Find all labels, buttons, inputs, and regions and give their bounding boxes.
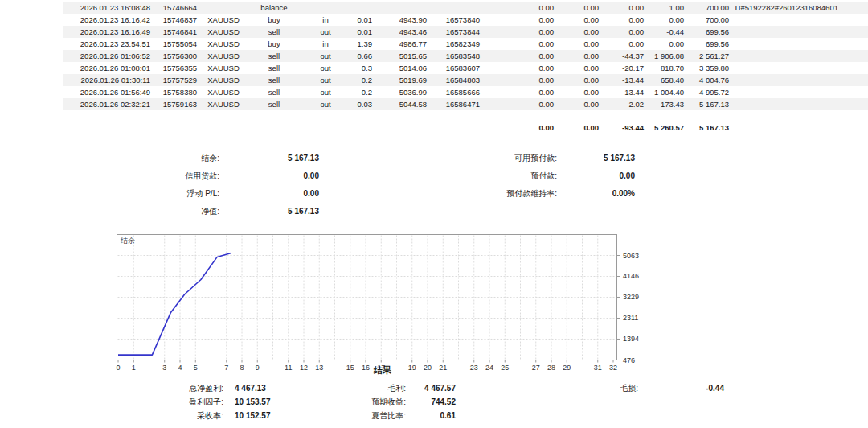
table-cell: sell — [248, 50, 301, 62]
table-cell: 16573840 — [429, 14, 482, 26]
table-cell: -0.44 — [646, 26, 686, 38]
totals-empty-cell — [248, 110, 301, 134]
table-cell: 16573844 — [429, 26, 482, 38]
summary-row: 预付款维持率:0.00% — [450, 185, 635, 203]
totals-empty-cell — [199, 110, 248, 134]
y-axis-label: 476 — [623, 356, 635, 364]
result-row: 盈利因子:10 153.57 — [48, 395, 320, 409]
table-cell: 2026.01.23 16:08:48 — [63, 2, 153, 14]
table-cell: 5 167.13 — [686, 98, 731, 110]
table-cell: 5014.06 — [375, 62, 429, 74]
summary-label: 浮动 P/L: — [48, 185, 219, 203]
table-cell: 4986.77 — [375, 38, 429, 50]
table-cell: 0.00 — [556, 74, 601, 86]
table-cell: 15746841 — [153, 26, 199, 38]
table-cell: 699.56 — [686, 38, 731, 50]
account-summary-left: 结余:5 167.13信用贷款:0.00浮动 P/L:0.00净值:5 167.… — [48, 150, 319, 220]
table-cell: 0.2 — [350, 74, 375, 86]
summary-value: 0.00% — [557, 185, 635, 203]
table-row: 2026.01.23 23:54:5115755054XAUUSDbuyin1.… — [63, 38, 868, 50]
table-cell: out — [301, 50, 350, 62]
result-label: 采收率: — [48, 409, 223, 422]
balance-chart: 4761394231132294146506301345789111213151… — [117, 234, 679, 379]
totals-empty-cell — [731, 110, 868, 134]
table-cell: 1 906.08 — [646, 50, 686, 62]
table-cell: 173.43 — [646, 98, 686, 110]
result-value: 744.52 — [406, 395, 456, 409]
table-cell: 0.00 — [646, 38, 686, 50]
totals-empty-cell — [375, 110, 429, 134]
table-cell — [731, 98, 868, 110]
results-column-2: 毛利:4 467.57预期收益:744.52夏普比率:0.61 — [305, 381, 456, 422]
result-row: 毛利:4 467.57 — [305, 381, 456, 395]
summary-row: 结余:5 167.13 — [48, 150, 319, 167]
summary-label: 可用预付款: — [450, 150, 557, 167]
table-cell: 0.2 — [350, 86, 375, 98]
table-cell: 5015.65 — [375, 50, 429, 62]
table-cell: -20.17 — [601, 62, 646, 74]
chart-legend-label: 结余 — [121, 237, 135, 245]
table-row: 2026.01.26 01:30:1115757529XAUUSDsellout… — [63, 74, 868, 86]
table-cell: 0.00 — [482, 74, 556, 86]
table-cell: 3 359.80 — [686, 62, 731, 74]
table-cell — [375, 2, 429, 14]
result-row: 采收率:10 152.57 — [48, 409, 320, 422]
table-cell: sell — [248, 74, 301, 86]
result-label: 盈利因子: — [48, 395, 223, 409]
table-cell: 2026.01.26 01:06:52 — [63, 50, 153, 62]
table-cell: 0.00 — [482, 14, 556, 26]
deals-totals-row: 0.000.00-93.445 260.575 167.13 — [63, 110, 868, 134]
table-cell: sell — [248, 62, 301, 74]
table-cell: buy — [248, 38, 301, 50]
table-cell: 700.00 — [686, 2, 731, 14]
table-cell: 4943.90 — [375, 14, 429, 26]
result-row: 毛损:-0.44 — [547, 381, 724, 395]
table-cell: 15746837 — [153, 14, 199, 26]
table-cell: 15756355 — [153, 62, 199, 74]
table-cell: sell — [248, 26, 301, 38]
summary-row: 信用贷款:0.00 — [48, 167, 319, 185]
table-cell: 2026.01.26 01:30:11 — [63, 74, 153, 86]
totals-empty-cell — [63, 110, 153, 134]
table-cell: 1.00 — [646, 2, 686, 14]
summary-value: 5 167.13 — [219, 150, 319, 167]
table-cell: 0.00 — [556, 38, 601, 50]
table-cell: 0.00 — [482, 50, 556, 62]
summary-value: 0.00 — [219, 167, 319, 185]
table-cell: out — [301, 74, 350, 86]
table-cell: 4 995.72 — [686, 86, 731, 98]
table-cell: in — [301, 38, 350, 50]
table-cell: 0.00 — [482, 62, 556, 74]
table-cell: 2 561.27 — [686, 50, 731, 62]
table-cell: 5019.69 — [375, 74, 429, 86]
table-cell: in — [301, 14, 350, 26]
table-cell: out — [301, 86, 350, 98]
summary-value: 5 167.13 — [557, 150, 635, 167]
summary-row: 可用预付款:5 167.13 — [450, 150, 635, 167]
results-column-3: 毛损:-0.44 — [547, 381, 724, 395]
table-cell: 16585666 — [429, 86, 482, 98]
table-row: 2026.01.26 01:06:5215756300XAUUSDsellout… — [63, 50, 868, 62]
table-cell: 0.00 — [482, 98, 556, 110]
table-row: 2026.01.23 16:08:4815746664balance0.000.… — [63, 2, 868, 14]
table-cell: 2026.01.26 01:08:01 — [63, 62, 153, 74]
table-cell: 2026.01.23 16:16:42 — [63, 14, 153, 26]
table-cell: XAUUSD — [199, 38, 248, 50]
summary-row: 浮动 P/L:0.00 — [48, 185, 319, 203]
table-cell: 0.3 — [350, 62, 375, 74]
table-cell: 0.00 — [556, 50, 601, 62]
totals-empty-cell — [301, 110, 350, 134]
table-cell: 2026.01.26 02:32:21 — [63, 98, 153, 110]
deals-table: 2026.01.23 16:08:4815746664balance0.000.… — [63, 2, 868, 134]
result-label: 总净盈利: — [48, 381, 223, 395]
summary-value: 5 167.13 — [219, 203, 319, 220]
table-cell — [350, 2, 375, 14]
table-cell: 0.00 — [601, 38, 646, 50]
table-cell: 0.00 — [646, 14, 686, 26]
y-axis-label: 1394 — [623, 335, 639, 343]
table-cell: balance — [248, 2, 301, 14]
table-cell: XAUUSD — [199, 62, 248, 74]
table-cell: 16586471 — [429, 98, 482, 110]
table-cell: 0.00 — [556, 2, 601, 14]
table-cell: 0.00 — [556, 98, 601, 110]
